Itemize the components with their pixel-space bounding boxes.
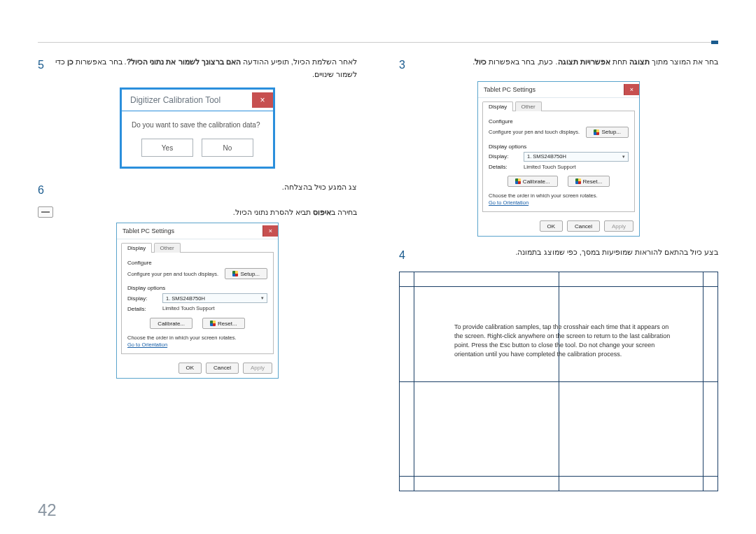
display-options-label-2: Display options <box>127 285 267 291</box>
setup-button-1[interactable]: Setup... <box>586 127 629 138</box>
display-key-2: Display: <box>127 295 157 302</box>
tab-other-1[interactable]: Other <box>515 101 542 111</box>
display-select-1[interactable]: 1. SMS24B750H▾ <box>524 152 629 162</box>
tabs-2: Display Other <box>117 239 278 252</box>
note-b: איפוס <box>313 208 331 216</box>
window-title-2: Tablet PC Settings <box>122 227 262 234</box>
dialog-bottom-buttons-1: OK Cancel Apply <box>478 216 639 236</box>
chevron-down-icon: ▾ <box>622 154 625 160</box>
details-key-2: Details: <box>127 306 157 312</box>
reset-button-1[interactable]: Reset... <box>568 176 610 187</box>
close-icon[interactable]: × <box>262 225 278 237</box>
reset-button-label-1: Reset... <box>583 178 603 185</box>
note-icon <box>38 206 53 218</box>
page-number: 42 <box>38 500 57 520</box>
tab-display-1[interactable]: Display <box>482 101 513 111</box>
details-key-1: Details: <box>489 164 518 170</box>
configure-label-1: Configure <box>489 118 629 125</box>
tab-body-2: Configure Configure your pen and touch d… <box>121 252 274 354</box>
yes-button[interactable]: Yes <box>141 139 193 157</box>
shield-icon <box>594 129 599 135</box>
left-column: 5 לאחר השלמת הכיול, תופיע ההודעה האם ברצ… <box>38 56 357 499</box>
note-post: תביא להסרת נתוני הכיול. <box>233 208 313 216</box>
cancel-button-2[interactable]: Cancel <box>206 363 239 374</box>
note-pre: בחירה ב <box>331 208 357 216</box>
rotate-text-2: Choose the order in which your screen ro… <box>127 335 267 342</box>
grid-line <box>400 476 718 477</box>
step-6: 6 צג המגע כויל בהצלחה. <box>38 181 357 199</box>
tab-body-1: Configure Configure your pen and touch d… <box>482 111 635 213</box>
tab-display-2[interactable]: Display <box>121 243 152 253</box>
shield-icon <box>210 321 216 326</box>
display-value-2: 1. SMS24B750H <box>166 295 205 302</box>
step-3-pre: בחר את המוצר מתוך <box>650 57 718 66</box>
cancel-button-1[interactable]: Cancel <box>567 220 600 232</box>
step-3-b1: תצוגה <box>629 57 650 66</box>
orientation-link-1[interactable]: Go to Orientation <box>489 199 629 206</box>
grid-line <box>400 381 718 382</box>
save-calibration-dialog: Digitizer Calibration Tool × Do you want… <box>120 87 275 169</box>
no-button[interactable]: No <box>202 139 253 157</box>
calibration-message: To provide calibration samples, tap the … <box>454 323 676 359</box>
step-5-b1: האם ברצונך לשמור את נתוני הכיול? <box>127 57 241 66</box>
step-6-text: צג המגע כויל בהצלחה. <box>54 181 357 194</box>
step-3-text: בחר את המוצר מתוך תצוגה תחת אפשרויות תצו… <box>415 56 718 69</box>
right-column: 3 בחר את המוצר מתוך תצוגה תחת אפשרויות ת… <box>399 56 718 499</box>
shield-icon <box>515 178 521 184</box>
tab-other-2[interactable]: Other <box>154 243 181 253</box>
reset-note: בחירה באיפוס תביא להסרת נתוני הכיול. <box>38 206 357 219</box>
reset-button-2[interactable]: Reset... <box>202 318 245 329</box>
step-3-mid1: תחת <box>610 57 629 66</box>
dialog-bottom-buttons-2: OK Cancel Apply <box>117 358 278 378</box>
dialog-body-text: Do you want to save the calibration data… <box>122 111 273 136</box>
apply-button-2[interactable]: Apply <box>243 363 272 374</box>
step-3-mid2: . כעת, בחר באפשרות <box>486 57 557 66</box>
ok-button-2[interactable]: OK <box>178 363 202 374</box>
setup-button-label-1: Setup... <box>601 129 621 135</box>
calibrate-button-1[interactable]: Calibrate... <box>507 176 558 187</box>
window-title-1: Tablet PC Settings <box>484 86 624 93</box>
orientation-link-2[interactable]: Go to Orientation <box>127 342 267 348</box>
reset-button-label-2: Reset... <box>218 321 237 327</box>
configure-desc-1: Configure your pen and touch displays. <box>489 129 580 136</box>
step-3: 3 בחר את המוצר מתוך תצוגה תחת אפשרויות ת… <box>399 56 718 74</box>
step-5-number: 5 <box>38 56 44 74</box>
details-value-2: Limited Touch Support <box>162 305 215 312</box>
step-4-number: 4 <box>399 246 405 265</box>
step-5-pre: לאחר השלמת הכיול, תופיע ההודעה <box>241 57 357 66</box>
display-select-2[interactable]: 1. SMS24B750H▾ <box>162 293 267 303</box>
display-value-1: 1. SMS24B750H <box>527 153 566 160</box>
tablet-settings-window-1: Tablet PC Settings × Display Other Confi… <box>477 81 640 237</box>
display-options-label-1: Display options <box>489 143 629 150</box>
step-5-text: לאחר השלמת הכיול, תופיע ההודעה האם ברצונ… <box>54 56 357 80</box>
configure-desc-2: Configure your pen and touch displays. <box>127 271 219 278</box>
step-4: 4 בצע כיול בהתאם להוראות שמופיעות במסך, … <box>399 246 718 265</box>
content-grid: 5 לאחר השלמת הכיול, תופיע ההודעה האם ברצ… <box>38 56 718 499</box>
apply-button-1[interactable]: Apply <box>604 220 634 232</box>
calibrate-button-label-1: Calibrate... <box>523 178 550 185</box>
shield-icon <box>232 271 238 276</box>
window-titlebar-1: Tablet PC Settings × <box>478 82 639 98</box>
setup-button-label-2: Setup... <box>240 271 260 277</box>
tablet-settings-window-2: Tablet PC Settings × Display Other Confi… <box>116 223 279 379</box>
close-icon[interactable]: × <box>624 84 639 95</box>
chevron-down-icon: ▾ <box>261 295 264 301</box>
step-3-b3: כיול <box>475 57 486 66</box>
calibration-area: To provide calibration samples, tap the … <box>399 272 718 491</box>
step-5: 5 לאחר השלמת הכיול, תופיע ההודעה האם ברצ… <box>38 56 357 80</box>
ok-button-1[interactable]: OK <box>540 220 564 232</box>
step-4-text: בצע כיול בהתאם להוראות שמופיעות במסך, כפ… <box>415 246 718 259</box>
step-3-number: 3 <box>399 56 405 74</box>
rotate-text-1: Choose the order in which your screen ro… <box>489 192 629 199</box>
step-5-mid: . בחר באפשרות <box>74 57 126 66</box>
setup-button-2[interactable]: Setup... <box>225 268 267 279</box>
dialog-title: Digitizer Calibration Tool <box>130 95 252 105</box>
tabs-1: Display Other <box>478 98 639 111</box>
close-icon[interactable]: × <box>252 92 273 108</box>
details-value-1: Limited Touch Support <box>524 164 576 171</box>
dialog-titlebar: Digitizer Calibration Tool × <box>122 90 273 111</box>
dialog-buttons: Yes No <box>122 136 273 167</box>
note-text: בחירה באיפוס תביא להסרת נתוני הכיול. <box>60 206 357 219</box>
shield-icon <box>575 178 581 184</box>
calibrate-button-2[interactable]: Calibrate... <box>150 318 192 329</box>
